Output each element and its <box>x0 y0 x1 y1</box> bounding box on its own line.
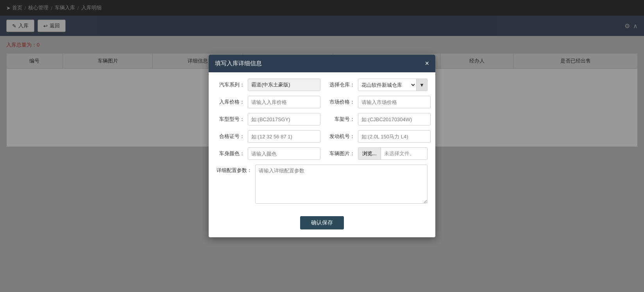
form-row-2: 入库价格： 市场价格： <box>216 96 428 108</box>
instock-price-input[interactable] <box>248 96 320 108</box>
modal-overlay: 填写入库详细信息 × 汽车系列： 选择仓库： 花山软件新城仓库 ▼ <box>0 0 644 292</box>
car-series-input[interactable] <box>248 79 320 91</box>
modal-header: 填写入库详细信息 × <box>209 55 435 72</box>
modal: 填写入库详细信息 × 汽车系列： 选择仓库： 花山软件新城仓库 ▼ <box>209 55 435 237</box>
form-row-4: 合格证号： 发动机号： <box>216 130 428 143</box>
file-input-area: 浏览... 未选择文件。 <box>358 147 428 160</box>
modal-title: 填写入库详细信息 <box>215 60 262 67</box>
save-button[interactable]: 确认保存 <box>300 216 344 229</box>
frame-no-label: 车架号： <box>327 116 355 123</box>
cert-no-input[interactable] <box>248 130 320 143</box>
detail-config-label: 详细配置参数： <box>216 165 252 174</box>
form-row-1: 汽车系列： 选择仓库： 花山软件新城仓库 ▼ <box>216 79 428 91</box>
market-price-field: 市场价格： <box>327 96 431 108</box>
car-model-label: 车型型号： <box>216 116 245 123</box>
body-color-field: 车身颜色： <box>216 147 320 160</box>
warehouse-select-btn[interactable]: ▼ <box>417 79 428 91</box>
frame-no-input[interactable] <box>358 113 431 125</box>
detail-config-textarea[interactable] <box>255 165 428 204</box>
warehouse-label: 选择仓库： <box>327 81 355 88</box>
body-color-input[interactable] <box>248 147 320 160</box>
form-row-3: 车型型号： 车架号： <box>216 113 428 125</box>
form-row-5: 车身颜色： 车辆图片： 浏览... 未选择文件。 <box>216 147 428 160</box>
frame-no-field: 车架号： <box>327 113 431 125</box>
engine-no-input[interactable] <box>358 130 431 143</box>
file-name-label: 未选择文件。 <box>381 150 418 157</box>
form-row-textarea: 详细配置参数： <box>216 165 428 204</box>
cert-no-label: 合格证号： <box>216 133 245 140</box>
market-price-label: 市场价格： <box>327 99 355 106</box>
engine-no-field: 发动机号： <box>327 130 431 143</box>
car-series-field: 汽车系列： <box>216 79 320 91</box>
car-model-input[interactable] <box>248 113 320 125</box>
car-model-field: 车型型号： <box>216 113 320 125</box>
car-series-label: 汽车系列： <box>216 81 245 88</box>
vehicle-image-field: 车辆图片： 浏览... 未选择文件。 <box>327 147 428 160</box>
browse-button[interactable]: 浏览... <box>358 148 381 159</box>
instock-price-field: 入库价格： <box>216 96 320 108</box>
cert-no-field: 合格证号： <box>216 130 320 143</box>
body-color-label: 车身颜色： <box>216 150 245 157</box>
instock-price-label: 入库价格： <box>216 99 245 106</box>
modal-body: 汽车系列： 选择仓库： 花山软件新城仓库 ▼ 入库价格： <box>209 72 435 215</box>
vehicle-image-label: 车辆图片： <box>327 150 355 157</box>
warehouse-select-wrapper: 花山软件新城仓库 ▼ <box>358 79 428 91</box>
engine-no-label: 发动机号： <box>327 133 355 140</box>
market-price-input[interactable] <box>358 96 431 108</box>
modal-close-button[interactable]: × <box>425 59 429 68</box>
warehouse-select[interactable]: 花山软件新城仓库 <box>358 79 417 91</box>
modal-footer: 确认保存 <box>209 215 435 237</box>
warehouse-field: 选择仓库： 花山软件新城仓库 ▼ <box>327 79 428 91</box>
